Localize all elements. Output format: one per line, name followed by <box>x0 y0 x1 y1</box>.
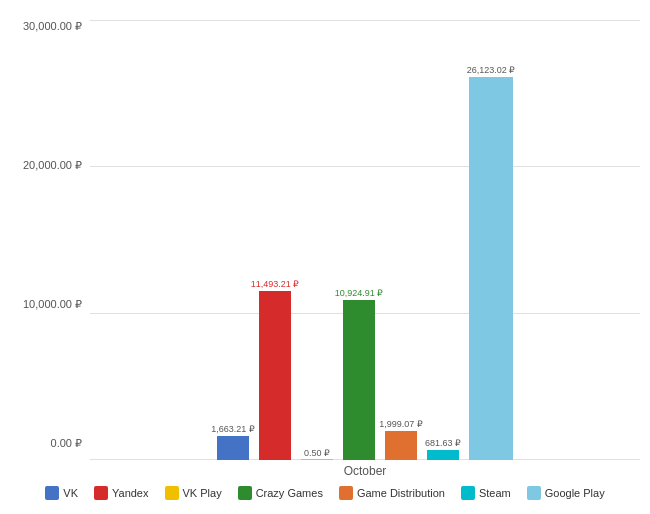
bar-label-vk: 1,663.21 ₽ <box>211 424 255 434</box>
legend-item-steam: Steam <box>461 486 511 500</box>
bar-wrapper-yandex: 11,493.21 ₽ <box>259 20 291 460</box>
legend-item-google-play: Google Play <box>527 486 605 500</box>
bar-wrapper-google-play: 26,123.02 ₽ <box>469 20 513 460</box>
legend-color-steam <box>461 486 475 500</box>
bars-area: 1,663.21 ₽11,493.21 ₽0.50 ₽10,924.91 ₽1,… <box>90 20 640 460</box>
bar-wrapper-steam: 681.63 ₽ <box>427 20 459 460</box>
legend-label-crazy-games: Crazy Games <box>256 487 323 499</box>
legend-color-crazy-games <box>238 486 252 500</box>
y-label-10000: 10,000.00 ₽ <box>23 298 82 311</box>
bar-google-play <box>469 77 513 460</box>
legend-label-steam: Steam <box>479 487 511 499</box>
bar-wrapper-crazy-games: 10,924.91 ₽ <box>343 20 375 460</box>
bar-vk-play <box>301 459 333 460</box>
legend-color-vk <box>45 486 59 500</box>
bar-label-vk-play: 0.50 ₽ <box>304 448 330 458</box>
bar-label-yandex: 11,493.21 ₽ <box>251 279 300 289</box>
x-axis-label: October <box>90 460 640 480</box>
bar-steam <box>427 450 459 460</box>
bar-label-crazy-games: 10,924.91 ₽ <box>335 288 384 298</box>
legend-item-vk: VK <box>45 486 78 500</box>
bar-vk <box>217 436 249 460</box>
y-axis: 30,000.00 ₽ 20,000.00 ₽ 10,000.00 ₽ 0.00… <box>10 20 90 480</box>
legend-color-game-distribution <box>339 486 353 500</box>
chart-container: 30,000.00 ₽ 20,000.00 ₽ 10,000.00 ₽ 0.00… <box>0 0 650 514</box>
legend-color-yandex <box>94 486 108 500</box>
grid-and-bars: 1,663.21 ₽11,493.21 ₽0.50 ₽10,924.91 ₽1,… <box>90 20 640 460</box>
legend-label-vk-play: VK Play <box>183 487 222 499</box>
bar-game-distribution <box>385 431 417 460</box>
bar-yandex <box>259 291 291 460</box>
legend-label-game-distribution: Game Distribution <box>357 487 445 499</box>
bar-crazy-games <box>343 300 375 460</box>
bar-label-game-distribution: 1,999.07 ₽ <box>379 419 423 429</box>
legend-color-google-play <box>527 486 541 500</box>
bar-wrapper-game-distribution: 1,999.07 ₽ <box>385 20 417 460</box>
legend-item-game-distribution: Game Distribution <box>339 486 445 500</box>
legend-item-crazy-games: Crazy Games <box>238 486 323 500</box>
legend-label-vk: VK <box>63 487 78 499</box>
y-label-20000: 20,000.00 ₽ <box>23 159 82 172</box>
legend-item-vk-play: VK Play <box>165 486 222 500</box>
chart-plot: 1,663.21 ₽11,493.21 ₽0.50 ₽10,924.91 ₽1,… <box>90 20 640 480</box>
legend: VKYandexVK PlayCrazy GamesGame Distribut… <box>10 480 640 504</box>
legend-item-yandex: Yandex <box>94 486 149 500</box>
chart-area: 30,000.00 ₽ 20,000.00 ₽ 10,000.00 ₽ 0.00… <box>10 20 640 480</box>
legend-color-vk-play <box>165 486 179 500</box>
bar-label-steam: 681.63 ₽ <box>425 438 461 448</box>
bar-wrapper-vk: 1,663.21 ₽ <box>217 20 249 460</box>
legend-label-google-play: Google Play <box>545 487 605 499</box>
bar-label-google-play: 26,123.02 ₽ <box>467 65 516 75</box>
legend-label-yandex: Yandex <box>112 487 149 499</box>
y-label-30000: 30,000.00 ₽ <box>23 20 82 33</box>
bar-wrapper-vk-play: 0.50 ₽ <box>301 20 333 460</box>
y-label-0: 0.00 ₽ <box>51 437 82 450</box>
